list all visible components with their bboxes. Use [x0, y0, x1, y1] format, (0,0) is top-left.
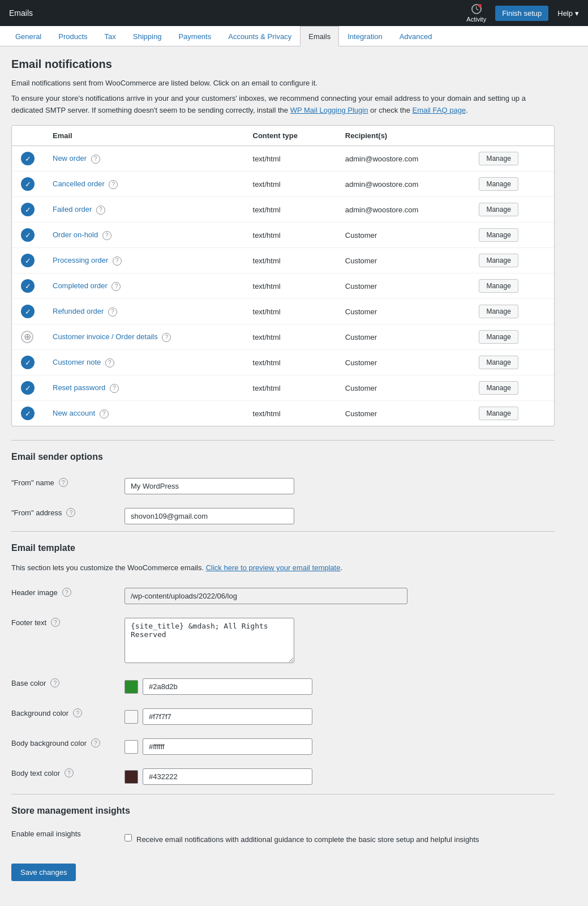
- enable-insights-row: Enable email insights Receive email noti…: [11, 823, 555, 852]
- help-button[interactable]: Help ▾: [557, 9, 579, 18]
- help-icon: ?: [111, 282, 121, 291]
- help-icon: ?: [110, 384, 119, 393]
- row-status: ✓: [12, 273, 44, 299]
- manage-button[interactable]: Manage: [479, 177, 518, 191]
- from-name-input[interactable]: [125, 478, 294, 494]
- from-name-value-cell: [125, 471, 555, 501]
- col-email-header: Email: [44, 126, 244, 146]
- help-icon: ?: [100, 409, 109, 418]
- body-text-color-help-icon: ?: [65, 768, 74, 777]
- base-color-swatch[interactable]: [125, 680, 138, 694]
- email-faq-link[interactable]: Email FAQ page: [413, 106, 466, 114]
- manage-button[interactable]: Manage: [479, 279, 518, 293]
- table-row: ✓ Refunded order ? text/html Customer Ma…: [12, 299, 554, 324]
- email-link-order-on-hold[interactable]: Order on-hold ?: [53, 230, 111, 239]
- row-email-name: Order on-hold ?: [44, 223, 244, 248]
- email-link-reset-password[interactable]: Reset password ?: [53, 383, 119, 392]
- finish-setup-button[interactable]: Finish setup: [495, 6, 548, 21]
- bg-color-value-cell: [125, 702, 555, 732]
- from-name-row: "From" name ?: [11, 471, 555, 501]
- from-address-help-icon: ?: [66, 508, 75, 517]
- manage-button[interactable]: Manage: [479, 228, 518, 242]
- tab-products[interactable]: Products: [50, 26, 96, 46]
- row-status: ✓: [12, 350, 44, 375]
- email-link-completed-order[interactable]: Completed order ?: [53, 281, 121, 290]
- bg-color-input[interactable]: [143, 708, 312, 725]
- row-status: ✓: [12, 172, 44, 197]
- topbar-right: Activity Finish setup Help ▾: [466, 3, 579, 23]
- header-image-row: Header image ?: [11, 581, 555, 611]
- email-link-processing-order[interactable]: Processing order ?: [53, 256, 122, 264]
- help-icon: ?: [96, 206, 105, 215]
- main-content: Email notifications Email notifications …: [0, 46, 566, 892]
- manage-button[interactable]: Manage: [479, 152, 518, 165]
- bg-color-swatch[interactable]: [125, 710, 138, 724]
- manage-button[interactable]: Manage: [479, 254, 518, 267]
- row-recipients: Customer: [336, 273, 470, 299]
- email-link-cancelled-order[interactable]: Cancelled order ?: [53, 180, 118, 188]
- footer-text-input[interactable]: {site_title} &mdash; All Rights Reserved: [125, 618, 294, 663]
- from-address-input[interactable]: [125, 508, 294, 524]
- help-icon: ?: [102, 231, 111, 240]
- help-icon: ?: [113, 257, 122, 266]
- wp-mail-logging-link[interactable]: WP Mail Logging Plugin: [290, 106, 368, 114]
- enable-insights-checkbox[interactable]: [125, 834, 132, 841]
- enabled-icon: ✓: [21, 254, 35, 267]
- tab-payments[interactable]: Payments: [170, 26, 220, 46]
- topbar: Emails Activity Finish setup Help ▾: [0, 0, 588, 26]
- body-text-color-label-cell: Body text color ?: [11, 762, 125, 792]
- activity-button[interactable]: Activity: [466, 3, 486, 23]
- row-status: ✓: [12, 146, 44, 172]
- enabled-icon: ✓: [21, 407, 35, 420]
- help-icon: ?: [91, 155, 100, 164]
- row-manage: Manage: [470, 401, 554, 426]
- email-template-title: Email template: [11, 531, 555, 553]
- manage-button[interactable]: Manage: [479, 330, 518, 344]
- base-color-field: [125, 678, 555, 695]
- row-manage: Manage: [470, 223, 554, 248]
- tab-advanced[interactable]: Advanced: [391, 26, 441, 46]
- row-manage: Manage: [470, 273, 554, 299]
- preview-template-link[interactable]: Click here to preview your email templat…: [206, 563, 341, 572]
- email-link-new-account[interactable]: New account ?: [53, 409, 109, 417]
- email-template-form: Header image ? Footer text ? {site_title…: [11, 581, 555, 792]
- help-icon: ?: [105, 358, 114, 367]
- manage-button[interactable]: Manage: [479, 381, 518, 395]
- manage-button[interactable]: Manage: [479, 203, 518, 216]
- tab-emails[interactable]: Emails: [300, 26, 339, 46]
- table-row: ⊕ Customer invoice / Order details ? tex…: [12, 324, 554, 350]
- manage-button[interactable]: Manage: [479, 356, 518, 369]
- body-text-color-value-cell: [125, 762, 555, 792]
- body-text-color-swatch[interactable]: [125, 770, 138, 784]
- row-email-name: New account ?: [44, 401, 244, 426]
- enable-insights-value-cell: Receive email notifications with additio…: [125, 823, 555, 852]
- email-link-refunded-order[interactable]: Refunded order ?: [53, 307, 117, 315]
- body-bg-color-input[interactable]: [143, 738, 312, 755]
- save-changes-button[interactable]: Save changes: [11, 864, 76, 881]
- row-content-type: text/html: [244, 273, 336, 299]
- body-bg-color-swatch[interactable]: [125, 740, 138, 754]
- header-image-input[interactable]: [125, 588, 407, 604]
- table-row: ✓ New account ? text/html Customer Manag…: [12, 401, 554, 426]
- manage-button[interactable]: Manage: [479, 407, 518, 420]
- email-link-customer-invoice[interactable]: Customer invoice / Order details ?: [53, 332, 171, 341]
- row-recipients: admin@woostore.com: [336, 146, 470, 172]
- manage-button[interactable]: Manage: [479, 305, 518, 318]
- body-text-color-input[interactable]: [143, 768, 312, 785]
- email-link-customer-note[interactable]: Customer note ?: [53, 358, 114, 366]
- tab-tax[interactable]: Tax: [96, 26, 125, 46]
- bg-color-label: Background color ?: [11, 708, 115, 717]
- activity-icon: [471, 3, 482, 15]
- tab-accounts-privacy[interactable]: Accounts & Privacy: [220, 26, 300, 46]
- tab-integration[interactable]: Integration: [339, 26, 390, 46]
- bg-color-help-icon: ?: [73, 708, 82, 717]
- chevron-down-icon: ▾: [575, 9, 579, 18]
- row-manage: Manage: [470, 299, 554, 324]
- base-color-input[interactable]: [143, 678, 312, 695]
- tab-general[interactable]: General: [7, 26, 50, 46]
- row-manage: Manage: [470, 375, 554, 401]
- email-link-failed-order[interactable]: Failed order ?: [53, 205, 105, 213]
- email-link-new-order[interactable]: New order ?: [53, 154, 100, 163]
- body-text-color-label: Body text color ?: [11, 768, 115, 777]
- tab-shipping[interactable]: Shipping: [125, 26, 170, 46]
